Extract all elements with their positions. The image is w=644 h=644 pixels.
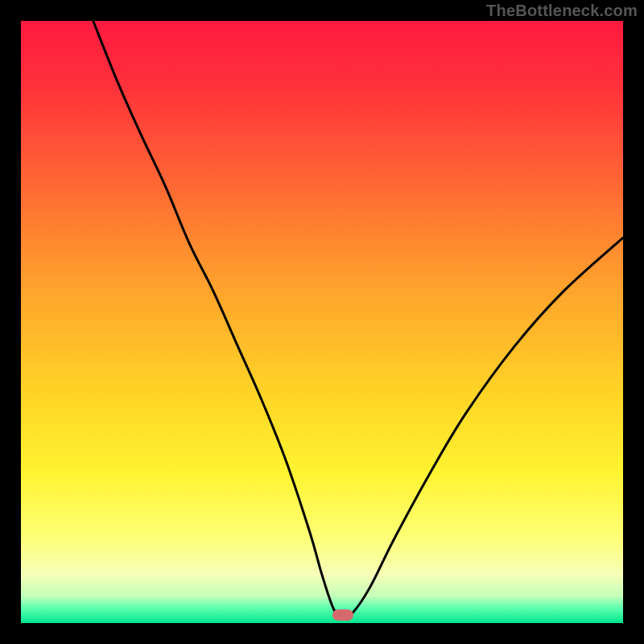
- watermark-text: TheBottleneck.com: [486, 2, 638, 20]
- plot-area: [21, 21, 623, 623]
- bottleneck-curve: [21, 21, 623, 623]
- chart-frame: TheBottleneck.com: [0, 0, 644, 644]
- optimum-marker: [332, 609, 353, 621]
